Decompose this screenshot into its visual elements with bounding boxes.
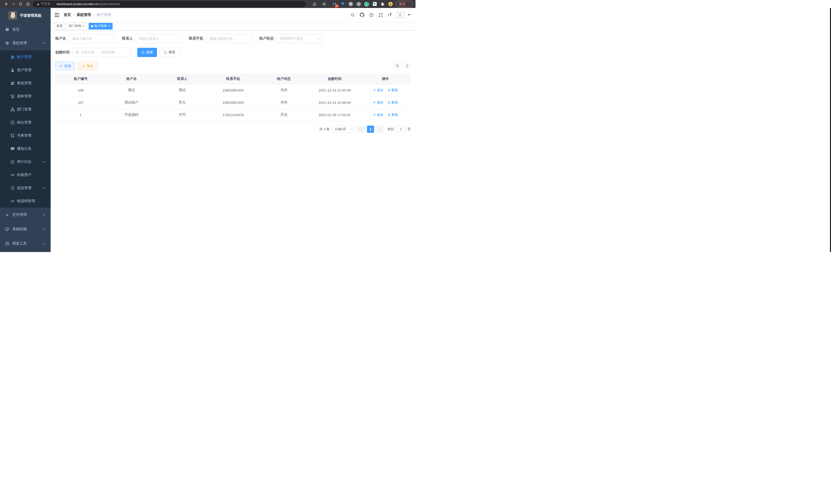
mobile-input[interactable]: [206, 34, 252, 43]
sidebar-item-devtools[interactable]: 研发工具: [0, 236, 51, 251]
sidebar-item-notice[interactable]: 通知公告: [0, 142, 51, 155]
search-icon: [141, 51, 145, 54]
col-tenant-id: 租户编号: [55, 74, 106, 84]
fullscreen-icon[interactable]: [378, 13, 383, 17]
trash-icon: [388, 101, 391, 104]
active-dot: [91, 25, 93, 27]
address-divider: [53, 2, 54, 6]
refresh-icon: [164, 51, 167, 54]
table-header-row: 租户编号 租户名 联系人 联系手机 租户状态 创建时间 操作: [55, 74, 411, 84]
avatar[interactable]: [397, 11, 404, 19]
edit-link[interactable]: 修改: [373, 113, 383, 117]
table-row: 1 芋道源码 芋艿 17321315478 开启 2021-01-05 17:0…: [55, 109, 411, 121]
status-text: 开启: [258, 109, 309, 121]
tenant-name-input[interactable]: [69, 34, 115, 43]
close-icon[interactable]: ✕: [83, 24, 85, 28]
tenant-name-label: 租户名: [55, 36, 66, 41]
sidebar-collapse-icon[interactable]: [55, 12, 59, 18]
sidebar-item-home[interactable]: 首页: [0, 23, 51, 36]
status-select[interactable]: 请选择租户状态: [277, 34, 323, 43]
sidebar-item-system[interactable]: 系统管理: [0, 36, 51, 50]
sidebar-item-dept[interactable]: 部门管理: [0, 103, 51, 116]
tab-dept[interactable]: 部门管理✕: [66, 23, 87, 30]
profile-emoji-icon[interactable]: [388, 1, 393, 7]
github-icon[interactable]: [360, 12, 364, 17]
page-size-select[interactable]: 10条/页: [332, 126, 355, 133]
bookmark-star-icon[interactable]: [320, 1, 327, 8]
help-icon[interactable]: [369, 13, 374, 17]
goto-page-input[interactable]: [397, 126, 405, 133]
sidebar-item-sms[interactable]: 短信管理: [0, 181, 51, 195]
delete-link[interactable]: 删除: [388, 113, 398, 117]
font-size-icon[interactable]: TT: [388, 13, 392, 17]
security-status[interactable]: 不安全: [36, 2, 51, 6]
search-button[interactable]: 搜索: [137, 48, 157, 57]
record-extension-icon[interactable]: [356, 1, 362, 7]
total-count: 共 3 条: [319, 127, 330, 131]
sidebar-item-tenant[interactable]: 租户管理: [0, 50, 51, 63]
col-tenant-name: 租户名: [106, 74, 157, 84]
reset-button[interactable]: 重置: [160, 48, 179, 57]
app-logo[interactable]: 芋道管理系统: [0, 8, 51, 23]
sidebar-item-error-code[interactable]: 错误码管理: [0, 195, 51, 208]
menu-dots-icon[interactable]: ⋮: [407, 2, 411, 6]
blue-diamond-extension-icon[interactable]: 10: [332, 1, 338, 7]
command-extension-icon[interactable]: ⌘: [348, 1, 353, 7]
sidebar-item-post[interactable]: 岗位管理: [0, 116, 51, 129]
table-row: 107 测试租户 秃头 15601691300 关闭 2021-12-14 20…: [55, 96, 411, 109]
delete-link[interactable]: 删除: [388, 100, 398, 105]
edit-link[interactable]: 修改: [373, 100, 383, 105]
back-icon[interactable]: [3, 1, 10, 8]
top-navbar: 首页 / 系统管理 / 租户管理 TT: [51, 8, 416, 22]
yuque-extension-icon[interactable]: y: [364, 1, 370, 7]
sidebar-item-payment[interactable]: ¥ 支付管理: [0, 208, 51, 222]
search-icon[interactable]: [350, 13, 355, 17]
breadcrumb-system[interactable]: 系统管理: [77, 12, 91, 17]
col-created: 创建时间: [309, 74, 360, 84]
address-bar[interactable]: 不安全 dashboard.yudao.iocoder.cn/system/te…: [33, 1, 306, 7]
tab-tenant[interactable]: 租户管理✕: [89, 23, 113, 30]
yen-icon: ¥: [5, 213, 9, 217]
share-icon[interactable]: [311, 1, 318, 8]
caret-down-icon[interactable]: [408, 14, 410, 16]
balloon-extension-icon[interactable]: [340, 1, 346, 7]
export-button[interactable]: 导出: [78, 62, 97, 70]
sidebar-item-infra[interactable]: 基础设施: [0, 222, 51, 236]
sidebar-item-dict[interactable]: 字典管理: [0, 129, 51, 142]
home-icon[interactable]: [24, 1, 31, 8]
pagination: 共 3 条 10条/页 ‹ 1 › 前往 页: [55, 126, 411, 133]
toggle-search-button[interactable]: [394, 62, 401, 69]
page-1-button[interactable]: 1: [367, 126, 374, 133]
sidebar-item-role[interactable]: 角色管理: [0, 77, 51, 90]
status-text: 关闭: [258, 96, 309, 109]
create-time-range-picker[interactable]: 开始日期 - 结束日期: [73, 48, 130, 57]
green-flag-extension-icon[interactable]: [372, 1, 377, 7]
refresh-table-button[interactable]: [403, 62, 411, 69]
sidebar-item-audit-log[interactable]: 审计日志: [0, 155, 51, 168]
add-button[interactable]: 新增: [55, 62, 75, 70]
sidebar-item-menu[interactable]: 菜单管理: [0, 90, 51, 103]
extension-badge: 10: [335, 4, 339, 8]
prev-page-button[interactable]: ‹: [357, 126, 365, 133]
gear-icon: [5, 41, 9, 45]
close-icon[interactable]: ✕: [108, 24, 110, 28]
breadcrumb-home[interactable]: 首页: [64, 12, 71, 17]
col-contact: 联系人: [157, 74, 208, 84]
sidebar-item-user[interactable]: 用户管理: [0, 63, 51, 77]
tab-home[interactable]: 首页: [54, 23, 65, 30]
delete-link[interactable]: 删除: [388, 88, 398, 92]
sidebar-item-online-user[interactable]: 在线用户: [0, 168, 51, 181]
broken-image-icon: [398, 12, 404, 18]
trash-icon: [388, 113, 391, 116]
edit-link[interactable]: 修改: [373, 88, 383, 92]
next-page-button[interactable]: ›: [376, 126, 384, 133]
reload-icon[interactable]: [17, 1, 24, 8]
sidebar: 芋道管理系统 首页 系统管理 租户管理 用户管理: [0, 8, 51, 252]
forward-icon[interactable]: [10, 1, 17, 8]
dictionary-icon: [10, 134, 15, 138]
chevron-down-icon: [43, 228, 46, 231]
contact-input[interactable]: [136, 34, 182, 43]
browser-update-button[interactable]: 更新 ⋮: [396, 1, 413, 7]
calendar-icon: [75, 51, 79, 54]
extensions-puzzle-icon[interactable]: [380, 1, 385, 7]
